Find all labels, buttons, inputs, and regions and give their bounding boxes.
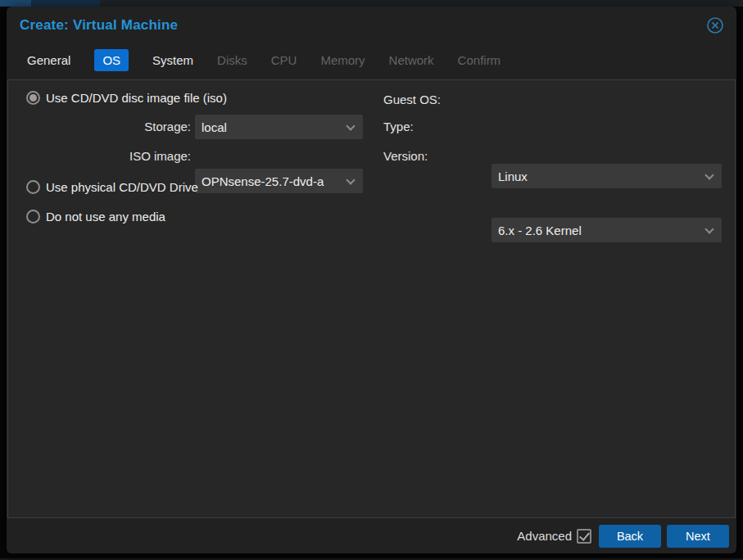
radio-no-media[interactable]: Do not use any media: [26, 210, 165, 224]
dialog-footer: Advanced Back Next: [7, 518, 736, 553]
os-version-value: 6.x - 2.6 Kernel: [498, 224, 582, 237]
chevron-down-icon: [346, 121, 355, 130]
type-label: Type:: [383, 115, 414, 139]
page-behind-header: [0, 0, 743, 7]
iso-label-cell: ISO image:: [8, 144, 191, 169]
storage-value: local: [202, 120, 227, 134]
radio-physical-drive-label: Use physical CD/DVD Drive: [46, 180, 198, 194]
chevron-down-icon: [704, 170, 714, 179]
iso-image-label: ISO image:: [8, 144, 191, 169]
iso-image-value: OPNsense-25.7-dvd-a: [202, 174, 324, 188]
tab-general[interactable]: General: [27, 53, 70, 67]
os-type-combobox[interactable]: Linux: [492, 164, 722, 188]
next-button[interactable]: Next: [667, 525, 729, 548]
radio-unselected-icon: [26, 180, 40, 194]
back-button[interactable]: Back: [599, 525, 661, 548]
tab-confirm: Confirm: [458, 53, 501, 67]
guest-os-heading: Guest OS:: [383, 93, 441, 106]
radio-physical-drive[interactable]: Use physical CD/DVD Drive: [26, 180, 198, 194]
form-panel: Use CD/DVD disc image file (iso) Storage…: [7, 79, 736, 518]
radio-selected-icon: [26, 91, 40, 105]
radio-no-media-label: Do not use any media: [46, 210, 165, 224]
radio-unselected-icon: [26, 210, 40, 224]
radio-use-iso-label: Use CD/DVD disc image file (iso): [46, 91, 227, 105]
tab-bar: General OS System Disks CPU Memory Netwo…: [7, 45, 736, 75]
version-label-cell: Version:: [383, 144, 428, 169]
dialog-titlebar: Create: Virtual Machine: [7, 7, 736, 41]
dialog-title: Create: Virtual Machine: [20, 17, 178, 34]
close-icon[interactable]: [705, 16, 725, 35]
tab-memory: Memory: [320, 53, 365, 67]
storage-combobox[interactable]: local: [195, 115, 363, 139]
type-label-cell: Type:: [383, 115, 414, 139]
version-label: Version:: [383, 144, 428, 169]
tab-cpu: CPU: [271, 53, 297, 67]
tab-network: Network: [389, 53, 434, 67]
iso-image-combobox[interactable]: OPNsense-25.7-dvd-a: [195, 169, 363, 193]
storage-label-cell: Storage:: [8, 115, 191, 139]
os-type-value: Linux: [498, 169, 528, 183]
tab-os[interactable]: OS: [94, 49, 129, 71]
os-version-combobox[interactable]: 6.x - 2.6 Kernel: [492, 218, 722, 242]
radio-use-iso[interactable]: Use CD/DVD disc image file (iso): [26, 91, 227, 105]
advanced-checkbox[interactable]: [577, 529, 591, 544]
create-vm-dialog: Create: Virtual Machine General OS Syste…: [7, 7, 736, 553]
chevron-down-icon: [704, 224, 714, 233]
chevron-down-icon: [346, 175, 355, 184]
tab-disks: Disks: [217, 53, 247, 67]
tab-system[interactable]: System: [152, 53, 193, 67]
advanced-label: Advanced: [517, 529, 572, 543]
storage-label: Storage:: [8, 115, 191, 139]
